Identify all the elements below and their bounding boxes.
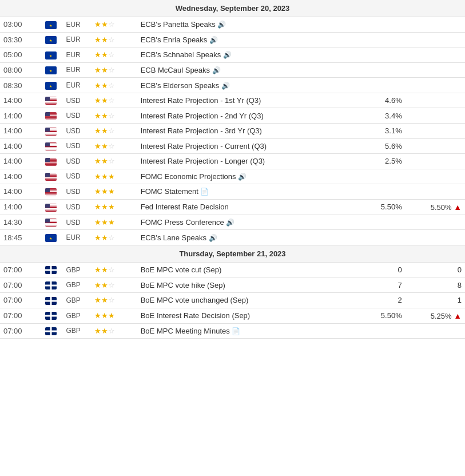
importance-stars: ★★★: [91, 199, 137, 215]
star-empty: ☆: [108, 112, 115, 120]
event-time: 03:00: [0, 17, 39, 33]
star-filled: ★: [94, 187, 101, 196]
event-name[interactable]: ECB's Elderson Speaks 🔊: [137, 78, 346, 93]
actual-value: [346, 215, 406, 230]
star-filled: ★: [101, 233, 108, 242]
star-filled: ★: [94, 96, 101, 105]
importance-stars: ★★☆: [91, 108, 137, 124]
flag-eu: [45, 66, 57, 74]
event-name[interactable]: FOMC Statement 📄: [137, 184, 346, 200]
star-filled: ★: [94, 157, 101, 165]
event-name[interactable]: ECB's Enria Speaks 🔊: [137, 32, 346, 47]
sound-icon: 🔊: [221, 82, 230, 90]
actual-value: [346, 323, 406, 339]
country-flag: [39, 308, 63, 323]
actual-value: [346, 62, 406, 78]
event-name[interactable]: BoE MPC Meeting Minutes 📄: [137, 323, 346, 339]
flag-eu: [45, 51, 57, 60]
importance-stars: ★★★: [91, 215, 137, 230]
event-name[interactable]: Interest Rate Projection - 1st Yr (Q3): [137, 93, 346, 108]
actual-value: [346, 47, 406, 63]
table-row: 18:45 EUR ★★☆ ECB's Lane Speaks 🔊: [0, 230, 465, 245]
sound-icon: 🔊: [209, 234, 217, 242]
actual-value: 3.4%: [346, 108, 406, 124]
currency: USD: [62, 138, 91, 154]
star-empty: ☆: [108, 296, 115, 304]
importance-stars: ★★☆: [91, 78, 137, 93]
actual-value: 7: [346, 277, 406, 293]
event-time: 14:30: [0, 215, 39, 230]
currency: USD: [62, 199, 91, 215]
event-time: 14:00: [0, 138, 39, 154]
importance-stars: ★★☆: [91, 262, 137, 277]
forecast-value: [406, 169, 465, 184]
event-name[interactable]: ECB's Panetta Speaks 🔊: [137, 17, 346, 33]
importance-stars: ★★★: [91, 184, 137, 200]
country-flag: [39, 47, 63, 63]
currency: EUR: [62, 230, 91, 245]
flag-gb: [45, 297, 57, 305]
event-name[interactable]: Interest Rate Projection - Current (Q3): [137, 138, 346, 154]
forecast-value: 0: [406, 262, 465, 277]
star-filled: ★: [94, 281, 101, 289]
event-name[interactable]: BoE MPC vote hike (Sep): [137, 277, 346, 293]
table-row: 08:00 EUR ★★☆ ECB McCaul Speaks 🔊: [0, 62, 465, 78]
event-name[interactable]: BoE Interest Rate Decision (Sep): [137, 308, 346, 323]
importance-stars: ★★☆: [91, 293, 137, 308]
currency: USD: [62, 169, 91, 184]
star-filled: ★: [94, 296, 101, 304]
flag-us: [45, 112, 57, 120]
event-name[interactable]: Interest Rate Projection - Longer (Q3): [137, 154, 346, 169]
event-name[interactable]: BoE MPC vote unchanged (Sep): [137, 293, 346, 308]
event-name[interactable]: Interest Rate Projection - 3rd Yr (Q3): [137, 123, 346, 138]
actual-value: 2: [346, 293, 406, 308]
currency: GBP: [62, 262, 91, 277]
country-flag: [39, 78, 63, 93]
star-filled: ★: [94, 233, 101, 242]
forecast-value: 8: [406, 277, 465, 293]
currency: GBP: [62, 293, 91, 308]
flag-eu: [45, 82, 57, 90]
currency: USD: [62, 215, 91, 230]
star-filled: ★: [94, 112, 101, 120]
event-time: 07:00: [0, 262, 39, 277]
section-header: Wednesday, September 20, 2023: [0, 0, 465, 17]
table-row: 03:00 EUR ★★☆ ECB's Panetta Speaks 🔊: [0, 17, 465, 33]
star-filled: ★: [94, 265, 101, 274]
currency: EUR: [62, 17, 91, 33]
star-filled: ★: [94, 35, 101, 44]
event-name[interactable]: BoE MPC vote cut (Sep): [137, 262, 346, 277]
importance-stars: ★★☆: [91, 62, 137, 78]
forecast-value: [406, 32, 465, 47]
event-time: 07:00: [0, 293, 39, 308]
table-row: 14:00 USD ★★☆ Interest Rate Projection -…: [0, 138, 465, 154]
currency: GBP: [62, 277, 91, 293]
star-empty: ☆: [108, 20, 115, 29]
event-time: 14:00: [0, 93, 39, 108]
forecast-value: 5.25% ▲: [406, 308, 465, 323]
doc-icon: 📄: [200, 188, 209, 196]
flag-gb: [45, 312, 57, 320]
flag-eu: [45, 234, 57, 242]
star-filled: ★: [101, 296, 108, 304]
flag-gb: [45, 281, 57, 289]
star-empty: ☆: [108, 126, 115, 135]
event-name[interactable]: Fed Interest Rate Decision: [137, 199, 346, 215]
event-name[interactable]: FOMC Press Conference 🔊: [137, 215, 346, 230]
event-name[interactable]: FOMC Economic Projections 🔊: [137, 169, 346, 184]
country-flag: [39, 108, 63, 124]
currency: EUR: [62, 32, 91, 47]
country-flag: [39, 123, 63, 138]
table-row: 14:00 USD ★★☆ Interest Rate Projection -…: [0, 93, 465, 108]
event-name[interactable]: ECB's Lane Speaks 🔊: [137, 230, 346, 245]
forecast-value: [406, 17, 465, 33]
event-name[interactable]: ECB's Schnabel Speaks 🔊: [137, 47, 346, 63]
table-row: 07:00 GBP ★★☆ BoE MPC vote hike (Sep) 7 …: [0, 277, 465, 293]
country-flag: [39, 293, 63, 308]
calendar-table: Wednesday, September 20, 2023 03:00 EUR …: [0, 0, 465, 339]
star-filled: ★: [94, 203, 101, 211]
event-name[interactable]: Interest Rate Projection - 2nd Yr (Q3): [137, 108, 346, 124]
country-flag: [39, 184, 63, 200]
event-name[interactable]: ECB McCaul Speaks 🔊: [137, 62, 346, 78]
star-filled: ★: [101, 265, 108, 274]
